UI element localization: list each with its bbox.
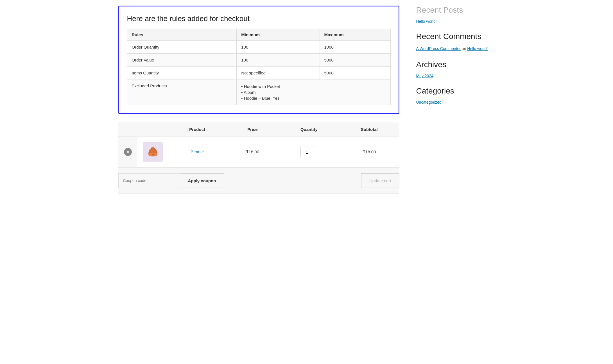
product-link[interactable]: Beanie [191,149,204,154]
product-name-cell: Beanie [168,136,226,168]
rules-title: Here are the rules added for checkout [127,14,391,23]
page-layout: Here are the rules added for checkout Ru… [110,6,503,194]
subtotal-cell: ₹18.00 [339,136,399,168]
product-image-cell [137,136,168,168]
commenter-link[interactable]: A WordPress Commenter [416,46,461,51]
cart-row: ✕ [118,136,399,168]
excluded-label: Excluded Products [127,79,237,105]
beanie-icon [147,146,159,158]
quantity-input[interactable] [300,147,317,157]
remove-cell: ✕ [118,136,137,168]
list-item: Hoodie – Blue, Yes [241,95,386,101]
col-maximum: Maximum [320,29,390,41]
recent-comments-section: Recent Comments A WordPress Commenter on… [416,32,495,52]
coupon-row: Apply coupon Update cart [118,168,399,194]
update-cart-button[interactable]: Update cart [361,173,399,188]
table-row: Order Quantity 100 1000 [127,41,390,54]
rule-max: 5000 [320,54,390,67]
may-2024-link[interactable]: May 2024 [416,74,495,78]
uncategorized-link[interactable]: Uncategorized [416,100,495,104]
excluded-list: Hoodie with Pocket Album Hoodie – Blue, … [241,83,386,101]
col-price: Price [226,122,279,136]
excluded-products-cell: Hoodie with Pocket Album Hoodie – Blue, … [237,79,390,105]
rule-name: Order Quantity [127,41,237,54]
rule-max: 1000 [320,41,390,54]
update-area: Update cart [361,173,399,188]
recent-posts-partial-title: Recent Posts [416,6,495,15]
recent-posts-section: Recent Posts Hello world! [416,6,495,24]
rule-name: Items Quantity [127,67,237,79]
recent-comments-block: A WordPress Commenter on Hello world! [416,46,495,52]
col-subtotal: Subtotal [339,122,399,136]
rules-box: Here are the rules added for checkout Ru… [118,6,399,114]
apply-coupon-button[interactable]: Apply coupon [180,173,224,188]
col-image [137,122,168,136]
rule-name: Order Value [127,54,237,67]
product-price: ₹18.00 [246,149,259,154]
rule-min: 100 [237,41,320,54]
rule-min: Not specified [237,67,320,79]
svg-point-4 [152,154,154,155]
main-content: Here are the rules added for checkout Ru… [118,6,399,194]
cart-section: Product Price Quantity Subtotal ✕ [118,122,399,194]
col-quantity: Quantity [279,122,339,136]
categories-title: Categories [416,87,495,95]
table-row: Order Value 100 5000 [127,54,390,67]
table-row: Items Quantity Not specified 5000 [127,67,390,79]
recent-comments-title: Recent Comments [416,32,495,41]
list-item: Album [241,89,386,95]
table-row: Excluded Products Hoodie with Pocket Alb… [127,79,390,105]
rules-table: Rules Minimum Maximum Order Quantity 100… [127,29,391,105]
col-rules: Rules [127,29,237,41]
times-icon: ✕ [126,149,130,155]
sidebar: Recent Posts Hello world! Recent Comment… [416,6,495,194]
categories-section: Categories Uncategorized [416,87,495,104]
archives-section: Archives May 2024 [416,60,495,78]
col-minimum: Minimum [237,29,320,41]
product-price-cell: ₹18.00 [226,136,279,168]
archives-title: Archives [416,60,495,69]
coupon-code-input[interactable] [118,173,180,188]
rule-min: 100 [237,54,320,67]
commenter-on-text: on [462,46,466,51]
rule-max: 5000 [320,67,390,79]
col-remove [118,122,137,136]
commenter-post-link[interactable]: Hello world! [467,46,488,51]
col-product: Product [168,122,226,136]
product-subtotal: ₹18.00 [363,149,376,154]
quantity-cell [279,136,339,168]
remove-item-button[interactable]: ✕ [124,148,132,156]
svg-point-3 [152,147,154,149]
product-thumbnail [143,142,163,162]
cart-table: Product Price Quantity Subtotal ✕ [118,122,399,168]
hello-world-link[interactable]: Hello world! [416,19,495,24]
coupon-area: Apply coupon [118,173,224,188]
list-item: Hoodie with Pocket [241,83,386,89]
